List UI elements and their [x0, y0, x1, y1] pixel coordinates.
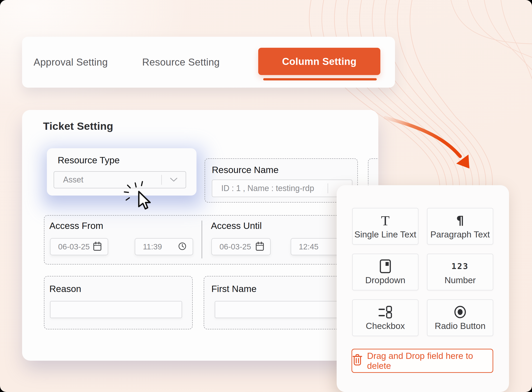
palette-tile-label: Checkbox	[366, 321, 405, 331]
trash-icon	[352, 354, 363, 368]
palette-tile-dropdown[interactable]: Dropdown	[352, 254, 418, 290]
resource-name-field: Resource Name ID : 1 , Name : testing-rd…	[205, 158, 358, 203]
first-name-input[interactable]	[215, 301, 350, 318]
ticket-setting-card: Ticket Setting Resource Type Asset Resou…	[22, 110, 378, 361]
resource-name-select[interactable]: ID : 1 , Name : testing-rdp	[212, 180, 352, 197]
access-fields-divider	[202, 220, 202, 258]
access-from-label: Access From	[49, 220, 103, 231]
page-title: Ticket Setting	[43, 120, 113, 132]
access-from-date-value: 06-03-25	[58, 242, 90, 251]
access-from-time-value: 11:39	[143, 242, 162, 251]
palette-tile-label: Number	[445, 275, 476, 285]
palette-tile-checkbox[interactable]: Checkbox	[352, 299, 418, 336]
palette-tile-label: Radio Button	[435, 321, 485, 331]
access-until-date-value: 06-03-25	[219, 242, 251, 251]
access-period-fields: Access From 06-03-25 11:39 Access Until …	[44, 215, 378, 265]
screenshot-canvas: Approval Setting Resource Setting Column…	[0, 0, 532, 392]
resource-type-select[interactable]: Asset	[54, 171, 186, 188]
select-divider	[328, 183, 328, 193]
checkbox-icon	[378, 305, 392, 319]
active-tab-underline	[263, 78, 377, 80]
first-name-field: First Name	[204, 276, 358, 329]
access-until-date-picker[interactable]: 06-03-25	[211, 238, 271, 255]
palette-tile-label: Single Line Text	[355, 229, 416, 239]
access-from-time-picker[interactable]: 11:39	[135, 238, 193, 255]
tab-resource-setting[interactable]: Resource Setting	[142, 37, 220, 88]
palette-tile-single-line-text[interactable]: T Single Line Text	[352, 208, 418, 245]
radio-button-icon	[453, 305, 467, 319]
resource-name-value: ID : 1 , Name : testing-rdp	[212, 184, 328, 193]
resource-name-label: Resource Name	[212, 165, 279, 175]
calendar-icon[interactable]	[93, 241, 102, 252]
access-until-time-value: 12:45	[299, 242, 319, 251]
number-icon: 123	[451, 259, 469, 274]
palette-tile-label: Dropdown	[365, 275, 405, 285]
first-name-label: First Name	[211, 284, 257, 294]
flow-arrow	[385, 118, 469, 168]
reason-field: Reason	[44, 276, 193, 329]
field-palette-panel: T Single Line Text ¶ Paragraph Text Drop…	[337, 185, 509, 392]
chevron-down-icon[interactable]	[162, 177, 186, 182]
reason-input[interactable]	[50, 301, 182, 318]
palette-tile-number[interactable]: 123 Number	[427, 254, 493, 290]
calendar-icon[interactable]	[255, 241, 264, 252]
access-from-date-picker[interactable]: 06-03-25	[50, 238, 108, 255]
settings-tabs-card: Approval Setting Resource Setting Column…	[22, 37, 395, 88]
palette-tile-radio-button[interactable]: Radio Button	[427, 299, 493, 336]
single-line-text-icon: T	[381, 213, 390, 228]
paragraph-text-icon: ¶	[456, 213, 464, 228]
reason-label: Reason	[49, 284, 81, 294]
access-until-label: Access Until	[211, 220, 262, 231]
corner-wave-lines	[449, 0, 532, 88]
tab-column-setting[interactable]: Column Setting	[258, 48, 380, 75]
delete-drop-zone-label: Drag and Drop field here to delete	[367, 351, 493, 371]
palette-tile-paragraph-text[interactable]: ¶ Paragraph Text	[427, 208, 493, 245]
dropdown-icon	[379, 259, 391, 274]
resource-type-label: Resource Type	[58, 155, 120, 166]
tab-approval-setting[interactable]: Approval Setting	[33, 37, 108, 88]
clock-icon[interactable]	[178, 242, 187, 252]
mouse-cursor	[122, 176, 160, 216]
delete-drop-zone[interactable]: Drag and Drop field here to delete	[351, 349, 493, 373]
palette-tile-label: Paragraph Text	[430, 229, 490, 239]
